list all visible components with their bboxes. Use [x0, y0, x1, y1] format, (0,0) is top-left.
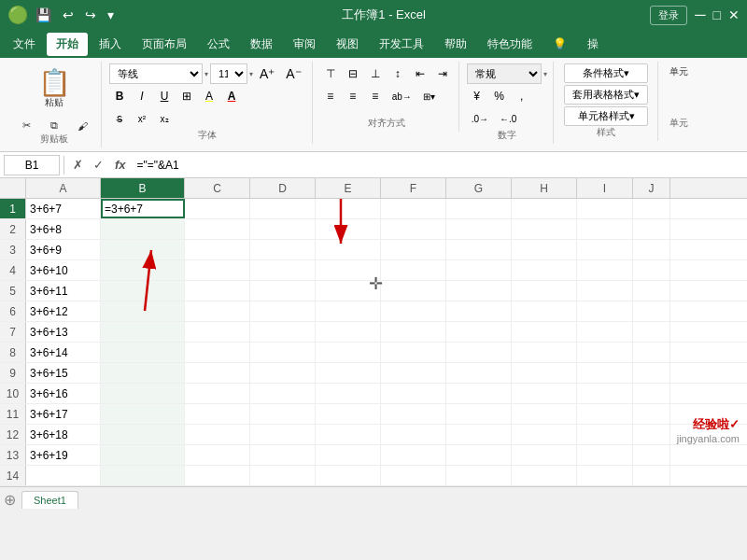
cell-A12[interactable]: 3+6+18	[26, 425, 101, 444]
undo-btn[interactable]: ↩	[59, 6, 78, 24]
cell-J7[interactable]	[633, 322, 670, 342]
restore-btn[interactable]: □	[713, 7, 721, 22]
cell-E3[interactable]	[316, 240, 381, 259]
cell-B9[interactable]	[101, 363, 185, 383]
cell-B3[interactable]	[101, 240, 185, 259]
cell-J6[interactable]	[633, 301, 670, 321]
cell-H11[interactable]	[512, 404, 577, 424]
cell-A6[interactable]: 3+6+12	[26, 301, 101, 321]
cell-D1[interactable]	[250, 199, 316, 218]
cell-D14[interactable]	[250, 466, 316, 485]
cell-C12[interactable]	[185, 425, 250, 444]
row-header-9[interactable]: 9	[0, 363, 26, 383]
cell-E8[interactable]	[316, 343, 381, 362]
cell-A11[interactable]: 3+6+17	[26, 404, 101, 424]
cut-button[interactable]: ✂	[13, 119, 39, 133]
cell-C3[interactable]	[185, 240, 250, 259]
close-btn[interactable]: ✕	[728, 7, 740, 22]
cell-C14[interactable]	[185, 466, 250, 485]
cell-G12[interactable]	[446, 425, 512, 444]
cell-J11[interactable]	[633, 404, 670, 424]
col-header-e[interactable]: E	[316, 178, 381, 198]
cell-H9[interactable]	[512, 363, 577, 383]
cell-F8[interactable]	[381, 343, 446, 362]
cell-F3[interactable]	[381, 240, 446, 259]
cell-F12[interactable]	[381, 425, 446, 444]
cell-A14[interactable]	[26, 466, 101, 485]
cell-H3[interactable]	[512, 240, 577, 259]
menu-data[interactable]: 数据	[241, 33, 282, 56]
cell-G7[interactable]	[446, 322, 512, 342]
login-button[interactable]: 登录	[650, 6, 687, 25]
cell-J12[interactable]	[633, 425, 670, 444]
italic-button[interactable]: I	[132, 86, 152, 106]
cell-F10[interactable]	[381, 384, 446, 403]
row-header-13[interactable]: 13	[0, 445, 26, 465]
cell-B4[interactable]	[101, 260, 185, 280]
cell-F11[interactable]	[381, 404, 446, 424]
align-right-btn[interactable]: ≡	[365, 86, 386, 106]
cell-D3[interactable]	[250, 240, 316, 259]
add-sheet-btn[interactable]: ⊕	[4, 491, 16, 509]
align-middle-btn[interactable]: ⊟	[343, 63, 363, 84]
cell-I7[interactable]	[577, 322, 633, 342]
col-header-g[interactable]: G	[446, 178, 512, 198]
cell-I5[interactable]	[577, 281, 633, 301]
cell-D12[interactable]	[250, 425, 316, 444]
cell-G2[interactable]	[446, 219, 512, 239]
cell-C6[interactable]	[185, 301, 250, 321]
cell-G13[interactable]	[446, 445, 512, 465]
cell-D6[interactable]	[250, 301, 316, 321]
cell-F9[interactable]	[381, 363, 446, 383]
cell-B12[interactable]	[101, 425, 185, 444]
menu-formulas[interactable]: 公式	[198, 33, 239, 56]
cell-F1[interactable]	[381, 199, 446, 218]
cell-E10[interactable]	[316, 384, 381, 403]
cell-E12[interactable]	[316, 425, 381, 444]
cell-ref-input[interactable]	[4, 155, 60, 175]
cell-E2[interactable]	[316, 219, 381, 239]
cell-E13[interactable]	[316, 445, 381, 465]
cell-G3[interactable]	[446, 240, 512, 259]
row-header-2[interactable]: 2	[0, 219, 26, 239]
border-button[interactable]: ⊞	[176, 86, 197, 106]
strikethrough-btn[interactable]: S̶	[109, 108, 130, 129]
cell-G10[interactable]	[446, 384, 512, 403]
format-painter-button[interactable]: 🖌	[69, 119, 95, 133]
cell-I4[interactable]	[577, 260, 633, 280]
cell-E6[interactable]	[316, 301, 381, 321]
menu-special[interactable]: 特色功能	[478, 33, 542, 56]
cell-H8[interactable]	[512, 343, 577, 362]
row-header-5[interactable]: 5	[0, 281, 26, 301]
cell-J3[interactable]	[633, 240, 670, 259]
cell-I2[interactable]	[577, 219, 633, 239]
paste-button[interactable]: 📋 粘贴	[31, 63, 78, 115]
table-format-btn[interactable]: 套用表格格式▾	[564, 85, 648, 105]
cell-A3[interactable]: 3+6+9	[26, 240, 101, 259]
cell-styles-btn[interactable]: 单元格样式▾	[564, 106, 648, 126]
merge-btn[interactable]: ⊞▾	[418, 86, 440, 106]
row-header-11[interactable]: 11	[0, 404, 26, 424]
cell-G9[interactable]	[446, 363, 512, 383]
cell-A10[interactable]: 3+6+16	[26, 384, 101, 403]
cell-A8[interactable]: 3+6+14	[26, 343, 101, 362]
cell-J9[interactable]	[633, 363, 670, 383]
cell-D7[interactable]	[250, 322, 316, 342]
decrease-font-btn[interactable]: A⁻	[281, 63, 305, 84]
cell-B2[interactable]	[101, 219, 185, 239]
cell-B6[interactable]	[101, 301, 185, 321]
cell-C5[interactable]	[185, 281, 250, 301]
cell-I6[interactable]	[577, 301, 633, 321]
cell-H4[interactable]	[512, 260, 577, 280]
subscript-btn[interactable]: x₂	[154, 108, 175, 129]
quick-access-dropdown[interactable]: ▾	[104, 6, 118, 24]
cell-B5[interactable]	[101, 281, 185, 301]
number-format-select[interactable]: 常规	[467, 63, 542, 84]
comma-btn[interactable]: ,	[512, 86, 532, 106]
row-header-6[interactable]: 6	[0, 301, 26, 321]
confirm-formula-btn[interactable]: ✓	[89, 156, 107, 175]
cell-I3[interactable]	[577, 240, 633, 259]
cell-J10[interactable]	[633, 384, 670, 403]
col-header-i[interactable]: I	[577, 178, 633, 198]
cell-H6[interactable]	[512, 301, 577, 321]
